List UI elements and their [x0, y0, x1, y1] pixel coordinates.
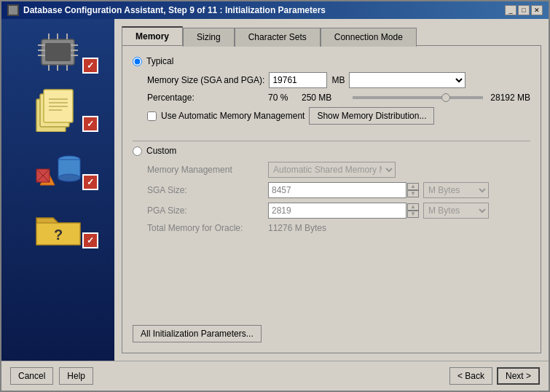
shapes-icon: [29, 146, 87, 190]
cancel-button[interactable]: Cancel: [10, 367, 53, 385]
svg-rect-3: [45, 43, 71, 61]
memory-slider[interactable]: [353, 96, 483, 99]
custom-section: Custom Memory Management Automatic Share…: [133, 146, 530, 238]
tab-character-sets[interactable]: Character Sets: [235, 28, 321, 47]
sidebar-item-4: ? ✓: [18, 201, 98, 252]
folder-q-icon: ?: [29, 205, 87, 248]
pga-row: PGA Size: ▲ ▼ M Bytes: [147, 203, 530, 219]
custom-radio-row: Custom: [133, 146, 530, 156]
title-bar: Database Configuration Assistant, Step 9…: [1, 1, 549, 19]
min-mb: 250 MB: [302, 93, 345, 103]
tabs-container: Memory Sizing Character Sets Connection …: [122, 26, 541, 45]
pga-input: [268, 203, 406, 219]
check-badge-3: ✓: [82, 174, 98, 190]
custom-options: Memory Management Automatic Shared Memor…: [133, 162, 530, 233]
custom-radio[interactable]: [133, 146, 142, 156]
memory-size-input[interactable]: [269, 72, 327, 88]
pga-spinner-group: ▲ ▼: [268, 203, 419, 219]
tab-memory[interactable]: Memory: [122, 26, 183, 45]
tab-connection-mode[interactable]: Connection Mode: [321, 28, 417, 47]
percentage-label: Percentage:: [147, 93, 264, 103]
sga-label: SGA Size:: [147, 185, 264, 195]
sga-unit-select: M Bytes: [423, 182, 489, 198]
slider-thumb[interactable]: [441, 93, 450, 102]
pga-up-button: ▲: [407, 203, 419, 211]
typical-options: Memory Size (SGA and PGA): MB Percentage…: [133, 72, 530, 125]
main-content: ✓ ✓: [1, 19, 549, 361]
sga-input: [268, 182, 406, 198]
sidebar: ✓ ✓: [1, 19, 114, 361]
memory-mgmt-select: Automatic Shared Memory Management: [268, 162, 396, 178]
sga-row: SGA Size: ▲ ▼ M Bytes: [147, 182, 530, 198]
auto-memory-label: Use Automatic Memory Management: [161, 111, 305, 121]
total-value: 11276 M Bytes: [268, 223, 326, 233]
sidebar-item-3: ✓: [18, 143, 98, 194]
typical-radio[interactable]: [133, 57, 142, 66]
show-distribution-button[interactable]: Show Memory Distribution...: [309, 107, 434, 125]
memory-mgmt-label: Memory Management: [147, 165, 264, 175]
total-memory-row: Total Memory for Oracle: 11276 M Bytes: [147, 223, 530, 233]
chip-icon: [29, 30, 87, 74]
memory-mgmt-row: Memory Management Automatic Shared Memor…: [147, 162, 530, 178]
sga-down-button: ▼: [407, 190, 419, 197]
typical-section: Typical Memory Size (SGA and PGA): MB Pe…: [133, 56, 530, 129]
title-bar-controls: _ □ ✕: [505, 5, 543, 15]
next-button[interactable]: Next >: [497, 367, 540, 385]
docs-icon: [29, 88, 87, 132]
tab-sizing[interactable]: Sizing: [183, 28, 235, 47]
separator: [133, 141, 530, 141]
check-badge-2: ✓: [82, 116, 98, 132]
help-button[interactable]: Help: [59, 367, 93, 385]
sga-spinner-group: ▲ ▼: [268, 182, 419, 198]
pga-unit-select: M Bytes: [423, 203, 489, 219]
auto-memory-checkbox[interactable]: [147, 111, 157, 121]
bottom-right-buttons: < Back Next >: [449, 367, 540, 385]
memory-size-label: Memory Size (SGA and PGA):: [147, 75, 264, 85]
sga-up-button: ▲: [407, 183, 419, 190]
svg-text:?: ?: [53, 227, 62, 243]
memory-size-select[interactable]: [349, 72, 465, 88]
memory-size-row: Memory Size (SGA and PGA): MB: [147, 72, 530, 88]
pga-down-button: ▼: [407, 211, 419, 218]
bottom-bar: Cancel Help < Back Next >: [1, 361, 549, 391]
back-button[interactable]: < Back: [449, 367, 492, 385]
all-init-button[interactable]: All Initialization Parameters...: [133, 325, 262, 342]
bottom-left-buttons: Cancel Help: [10, 367, 93, 385]
memory-size-unit: MB: [331, 75, 345, 85]
right-panel: Memory Sizing Character Sets Connection …: [114, 19, 549, 361]
minimize-button[interactable]: _: [505, 5, 516, 15]
svg-point-25: [58, 174, 80, 181]
all-init-container: All Initialization Parameters...: [133, 316, 530, 342]
check-badge-1: ✓: [82, 58, 98, 74]
window-icon: [7, 4, 19, 16]
pga-spinner-buttons: ▲ ▼: [407, 203, 419, 218]
main-window: Database Configuration Assistant, Step 9…: [0, 0, 550, 392]
svg-rect-1: [9, 6, 17, 15]
typical-label: Typical: [146, 56, 173, 66]
total-label: Total Memory for Oracle:: [147, 223, 264, 233]
typical-radio-row: Typical: [133, 56, 530, 66]
window-title: Database Configuration Assistant, Step 9…: [23, 5, 326, 15]
sidebar-item-1: ✓: [18, 26, 98, 77]
maximize-button[interactable]: □: [518, 5, 530, 15]
max-mb: 28192 MB: [490, 93, 530, 103]
percentage-value: 70 %: [268, 93, 297, 103]
sidebar-item-2: ✓: [18, 85, 98, 136]
custom-label: Custom: [146, 146, 176, 156]
pga-label: PGA Size:: [147, 205, 264, 216]
panel-content: Typical Memory Size (SGA and PGA): MB Pe…: [122, 45, 541, 353]
sga-spinner-buttons: ▲ ▼: [407, 183, 419, 197]
check-badge-4: ✓: [82, 232, 98, 248]
percentage-row: Percentage: 70 % 250 MB 28192 MB: [147, 93, 530, 103]
close-button[interactable]: ✕: [531, 5, 543, 15]
auto-memory-row: Use Automatic Memory Management Show Mem…: [147, 107, 530, 125]
